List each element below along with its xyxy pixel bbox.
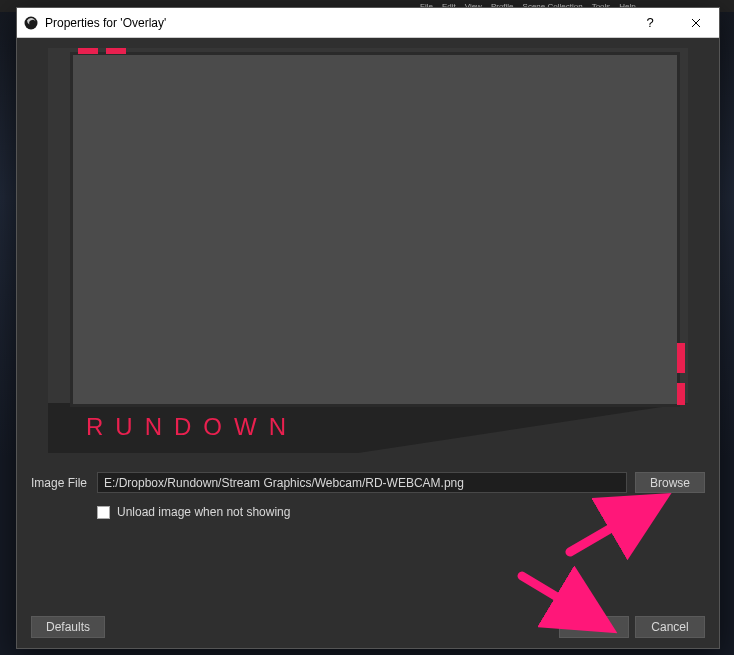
- window-title: Properties for 'Overlay': [45, 16, 627, 30]
- defaults-button[interactable]: Defaults: [31, 616, 105, 638]
- unload-row[interactable]: Unload image when not showing: [97, 505, 705, 519]
- overlay-accent: [78, 48, 98, 54]
- overlay-webcam-window: [70, 52, 680, 407]
- image-file-input[interactable]: [97, 472, 627, 493]
- help-button[interactable]: ?: [627, 8, 673, 38]
- unload-label: Unload image when not showing: [117, 505, 290, 519]
- overlay-diagonal-cut: [358, 403, 688, 453]
- ok-button[interactable]: OK: [559, 616, 629, 638]
- overlay-accent: [106, 48, 126, 54]
- obs-icon: [23, 15, 39, 31]
- overlay-accent: [677, 383, 685, 405]
- preview-area: RUNDOWN: [31, 48, 705, 456]
- cancel-button[interactable]: Cancel: [635, 616, 705, 638]
- overlay-preview: RUNDOWN: [48, 48, 688, 453]
- image-file-row: Image File Browse: [31, 472, 705, 493]
- dialog-content: RUNDOWN Image File Browse Unload image w…: [17, 38, 719, 608]
- close-button[interactable]: [673, 8, 719, 38]
- properties-dialog: Properties for 'Overlay' ? RUNDOWN Image…: [16, 7, 720, 649]
- titlebar: Properties for 'Overlay' ?: [17, 8, 719, 38]
- browse-button[interactable]: Browse: [635, 472, 705, 493]
- overlay-brand-text: RUNDOWN: [86, 413, 298, 441]
- unload-checkbox[interactable]: [97, 506, 110, 519]
- overlay-accent: [677, 343, 685, 373]
- dialog-footer: Defaults OK Cancel: [17, 608, 719, 648]
- image-file-label: Image File: [31, 476, 89, 490]
